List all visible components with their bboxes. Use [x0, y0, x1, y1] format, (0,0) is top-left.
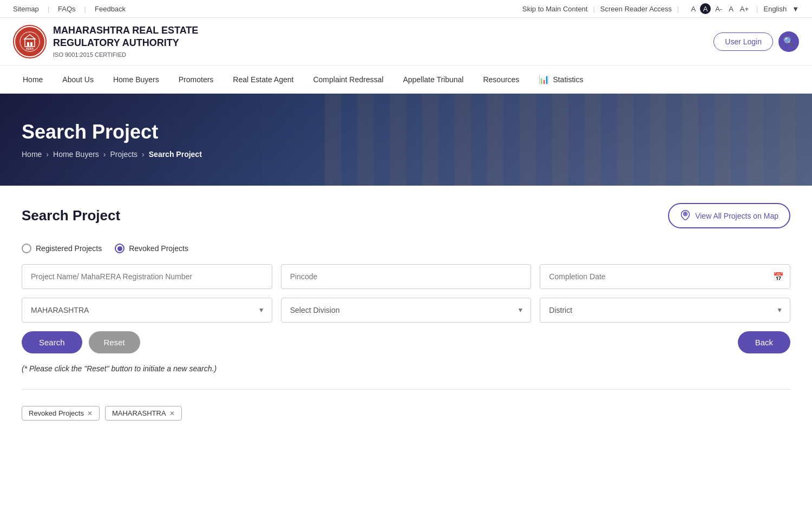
- state-field: MAHARASHTRA ▼: [22, 298, 272, 323]
- pincode-field: [281, 264, 532, 289]
- filter-tag-state-label: MAHARASHTRA: [112, 409, 166, 417]
- search-button[interactable]: Search: [22, 331, 82, 353]
- registered-projects-radio[interactable]: [22, 244, 31, 253]
- search-icon: 🔍: [783, 36, 794, 47]
- form-row-2: MAHARASHTRA ▼ Select Division ▼ District…: [22, 298, 790, 323]
- nav-item-about[interactable]: About Us: [53, 67, 103, 93]
- section-divider: [22, 389, 790, 390]
- header-search-button[interactable]: 🔍: [778, 31, 799, 52]
- sitemap-link[interactable]: Sitemap: [13, 5, 49, 13]
- revoked-projects-label: Revoked Projects: [129, 244, 188, 253]
- filter-tag-state[interactable]: MAHARASHTRA ✕: [105, 406, 182, 421]
- font-size-a-plus[interactable]: A+: [738, 4, 751, 14]
- skip-to-main-link[interactable]: Skip to Main Content: [522, 5, 588, 13]
- logo-inner: RERA: [15, 27, 44, 56]
- breadcrumb-chevron-1: ›: [46, 150, 49, 159]
- hero-title: Search Project: [22, 121, 790, 143]
- nav-item-home[interactable]: Home: [13, 67, 53, 93]
- section-header: Search Project View All Projects on Map: [22, 203, 790, 228]
- reset-button[interactable]: Reset: [89, 331, 140, 353]
- font-size-a[interactable]: A: [689, 4, 698, 14]
- map-btn-label: View All Projects on Map: [695, 212, 778, 220]
- svg-rect-2: [27, 42, 29, 47]
- filter-tag-revoked-label: Revoked Projects: [29, 409, 84, 417]
- divider-1: |: [593, 5, 594, 13]
- site-header: RERA MAHARASHTRA REAL ESTATE REGULATORY …: [0, 18, 812, 65]
- search-note: (* Please click the "Reset" button to in…: [22, 364, 790, 373]
- feedback-link[interactable]: Feedback: [95, 5, 126, 13]
- nav-statistics-label: Statistics: [553, 75, 583, 84]
- breadcrumb-chevron-2: ›: [103, 150, 106, 159]
- breadcrumb: Home › Home Buyers › Projects › Search P…: [22, 150, 790, 159]
- breadcrumb-homebuyers[interactable]: Home Buyers: [53, 150, 99, 159]
- calendar-icon[interactable]: 📅: [773, 272, 784, 282]
- project-name-input[interactable]: [22, 264, 272, 289]
- registered-projects-radio-label[interactable]: Registered Projects: [22, 244, 102, 253]
- font-controls: A A A- A A+: [689, 3, 751, 14]
- breadcrumb-home[interactable]: Home: [22, 150, 42, 159]
- district-field: District ▼: [540, 298, 790, 323]
- division-field: Select Division ▼: [281, 298, 532, 323]
- org-title: MAHARASHTRA REAL ESTATE REGULATORY AUTHO…: [53, 24, 198, 50]
- top-bar-right: Skip to Main Content | Screen Reader Acc…: [522, 3, 799, 14]
- svg-text:RERA: RERA: [26, 47, 34, 50]
- form-row-1: 📅: [22, 264, 790, 289]
- top-bar: Sitemap FAQs Feedback Skip to Main Conte…: [0, 0, 812, 18]
- divider-3: |: [756, 5, 758, 13]
- revoked-projects-radio[interactable]: [115, 244, 125, 253]
- breadcrumb-current: Search Project: [149, 150, 202, 159]
- completion-date-input[interactable]: [540, 264, 790, 289]
- nav-item-complaint[interactable]: Complaint Redressal: [303, 67, 393, 93]
- map-icon: [680, 209, 691, 222]
- main-content: Search Project View All Projects on Map …: [0, 186, 812, 438]
- button-row: Search Reset Back: [22, 331, 790, 353]
- registered-projects-label: Registered Projects: [36, 244, 102, 253]
- pincode-input[interactable]: [281, 264, 532, 289]
- district-select[interactable]: District: [540, 298, 790, 323]
- font-size-a-active[interactable]: A: [700, 3, 711, 14]
- statistics-icon: 📊: [539, 74, 549, 84]
- nav-item-appellate[interactable]: Appellate Tribunal: [393, 67, 473, 93]
- font-size-a-minus[interactable]: A-: [713, 4, 724, 14]
- nav-item-promoters[interactable]: Promoters: [169, 67, 224, 93]
- faqs-link[interactable]: FAQs: [58, 5, 86, 13]
- user-login-button[interactable]: User Login: [713, 32, 773, 51]
- language-chevron-icon[interactable]: ▼: [792, 5, 799, 13]
- filter-tag-revoked-close-icon[interactable]: ✕: [87, 410, 93, 417]
- back-button[interactable]: Back: [738, 331, 790, 353]
- org-cert: ISO 9001:2015 CERTIFIED: [53, 51, 198, 58]
- logo-area: RERA MAHARASHTRA REAL ESTATE REGULATORY …: [13, 24, 198, 58]
- nav-item-statistics[interactable]: 📊 Statistics: [529, 65, 593, 93]
- font-size-a-normal[interactable]: A: [726, 4, 736, 14]
- filter-tag-revoked[interactable]: Revoked Projects ✕: [22, 406, 100, 421]
- division-select[interactable]: Select Division: [281, 298, 532, 323]
- project-type-radio-group: Registered Projects Revoked Projects: [22, 244, 790, 253]
- state-select[interactable]: MAHARASHTRA: [22, 298, 272, 323]
- nav-item-realestate[interactable]: Real Estate Agent: [223, 67, 303, 93]
- language-selector[interactable]: English: [763, 5, 787, 13]
- completion-date-field: 📅: [540, 264, 790, 289]
- page-title: Search Project: [22, 207, 120, 224]
- btn-row-left: Search Reset: [22, 331, 140, 353]
- nav-item-resources[interactable]: Resources: [473, 67, 529, 93]
- divider-2: |: [677, 5, 679, 13]
- revoked-projects-radio-label[interactable]: Revoked Projects: [115, 244, 188, 253]
- nav-item-homebuyers[interactable]: Home Buyers: [103, 67, 169, 93]
- org-name: MAHARASHTRA REAL ESTATE REGULATORY AUTHO…: [53, 24, 198, 58]
- svg-rect-3: [30, 42, 32, 47]
- logo: RERA: [13, 25, 47, 58]
- screen-reader-link[interactable]: Screen Reader Access: [600, 5, 672, 13]
- header-actions: User Login 🔍: [713, 31, 799, 52]
- breadcrumb-projects[interactable]: Projects: [110, 150, 138, 159]
- main-nav: Home About Us Home Buyers Promoters Real…: [0, 65, 812, 94]
- hero-banner: Search Project Home › Home Buyers › Proj…: [0, 94, 812, 186]
- filter-tags: Revoked Projects ✕ MAHARASHTRA ✕: [22, 406, 790, 421]
- filter-tag-state-close-icon[interactable]: ✕: [169, 410, 175, 417]
- project-name-field: [22, 264, 272, 289]
- top-bar-left: Sitemap FAQs Feedback: [13, 5, 126, 13]
- svg-point-7: [685, 213, 686, 215]
- breadcrumb-chevron-3: ›: [142, 150, 145, 159]
- view-all-projects-map-button[interactable]: View All Projects on Map: [668, 203, 790, 228]
